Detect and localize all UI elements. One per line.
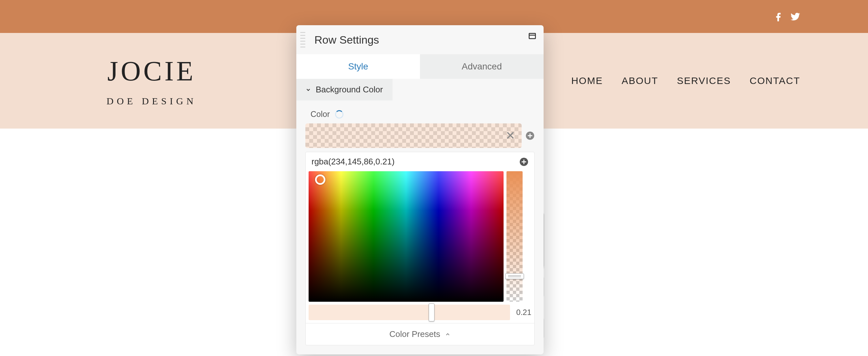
color-picker: 0.21 Color Presets: [305, 152, 534, 345]
nav-contact[interactable]: CONTACT: [749, 75, 800, 86]
color-value-input[interactable]: [311, 157, 519, 167]
color-swatch[interactable]: ✕: [305, 123, 522, 148]
logo-subtitle: DOE DESIGN: [106, 96, 196, 107]
nav-about[interactable]: ABOUT: [622, 75, 658, 86]
add-preset-icon[interactable]: [519, 157, 528, 167]
color-label: Color: [311, 110, 330, 119]
presets-label: Color Presets: [389, 329, 440, 339]
alpha-value: 0.21: [516, 308, 531, 317]
nav-services[interactable]: SERVICES: [677, 75, 731, 86]
logo: JOCIE DOE DESIGN: [106, 55, 196, 107]
panel-title: Row Settings: [314, 34, 379, 46]
saturation-palette[interactable]: [309, 171, 503, 302]
nav-home[interactable]: HOME: [571, 75, 603, 86]
chevron-down-icon: [305, 87, 311, 93]
panel-header: Row Settings: [296, 25, 544, 54]
drag-handle-icon[interactable]: [300, 31, 305, 49]
chevron-up-icon: [445, 331, 451, 337]
alpha-slider-vertical[interactable]: [506, 171, 523, 302]
tab-advanced[interactable]: Advanced: [420, 54, 544, 79]
color-presets-toggle[interactable]: Color Presets: [306, 323, 534, 345]
section-background-color[interactable]: Background Color: [296, 79, 393, 100]
main-nav: HOME ABOUT SERVICES CONTACT: [571, 75, 800, 86]
row-settings-panel: Row Settings Style Advanced Background C…: [296, 25, 544, 354]
section-label: Background Color: [316, 85, 383, 95]
twitter-icon[interactable]: [790, 11, 800, 21]
tab-style[interactable]: Style: [296, 54, 420, 79]
add-color-icon[interactable]: [526, 131, 534, 140]
expand-window-icon[interactable]: [528, 32, 536, 39]
loading-spinner-icon: [335, 110, 343, 119]
opacity-slider[interactable]: [309, 305, 510, 320]
logo-title: JOCIE: [107, 55, 196, 87]
svg-rect-0: [529, 33, 535, 38]
palette-cursor[interactable]: [315, 174, 326, 185]
clear-color-icon[interactable]: ✕: [505, 130, 515, 142]
alpha-handle[interactable]: [505, 273, 524, 279]
panel-body: Color ✕: [296, 100, 544, 354]
panel-tabs: Style Advanced: [296, 54, 544, 79]
facebook-icon[interactable]: [774, 11, 783, 21]
opacity-handle[interactable]: [429, 303, 434, 321]
